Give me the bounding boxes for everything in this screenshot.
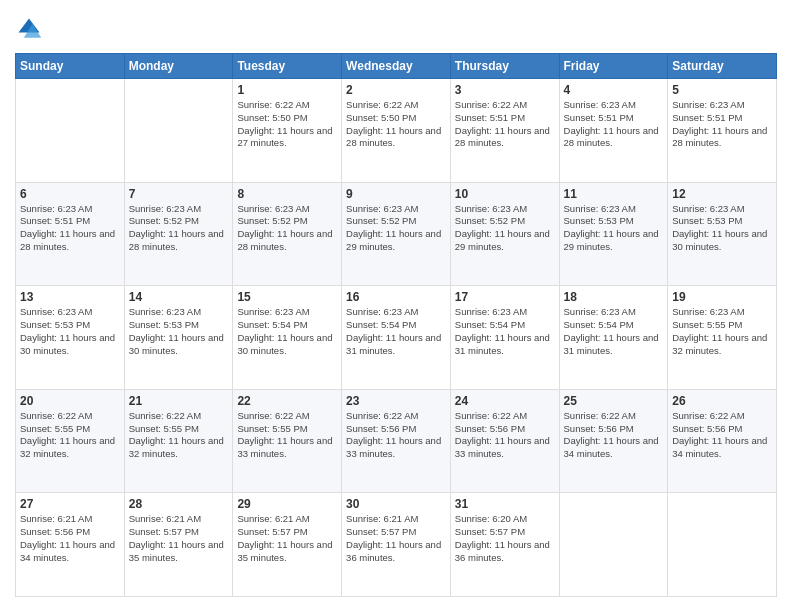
calendar-cell: 26Sunrise: 6:22 AM Sunset: 5:56 PM Dayli… <box>668 389 777 493</box>
day-number: 13 <box>20 290 120 304</box>
day-number: 31 <box>455 497 555 511</box>
calendar-cell: 30Sunrise: 6:21 AM Sunset: 5:57 PM Dayli… <box>342 493 451 597</box>
calendar-cell: 27Sunrise: 6:21 AM Sunset: 5:56 PM Dayli… <box>16 493 125 597</box>
calendar-cell: 29Sunrise: 6:21 AM Sunset: 5:57 PM Dayli… <box>233 493 342 597</box>
day-info: Sunrise: 6:22 AM Sunset: 5:50 PM Dayligh… <box>346 99 446 150</box>
calendar-cell: 15Sunrise: 6:23 AM Sunset: 5:54 PM Dayli… <box>233 286 342 390</box>
day-number: 20 <box>20 394 120 408</box>
day-number: 26 <box>672 394 772 408</box>
calendar-cell: 3Sunrise: 6:22 AM Sunset: 5:51 PM Daylig… <box>450 79 559 183</box>
calendar-day-header: Monday <box>124 54 233 79</box>
day-number: 5 <box>672 83 772 97</box>
day-info: Sunrise: 6:23 AM Sunset: 5:54 PM Dayligh… <box>564 306 664 357</box>
day-number: 18 <box>564 290 664 304</box>
calendar-cell: 5Sunrise: 6:23 AM Sunset: 5:51 PM Daylig… <box>668 79 777 183</box>
day-number: 1 <box>237 83 337 97</box>
day-number: 30 <box>346 497 446 511</box>
calendar-table: SundayMondayTuesdayWednesdayThursdayFrid… <box>15 53 777 597</box>
calendar-week-row: 1Sunrise: 6:22 AM Sunset: 5:50 PM Daylig… <box>16 79 777 183</box>
page: SundayMondayTuesdayWednesdayThursdayFrid… <box>0 0 792 612</box>
calendar-cell: 25Sunrise: 6:22 AM Sunset: 5:56 PM Dayli… <box>559 389 668 493</box>
day-info: Sunrise: 6:23 AM Sunset: 5:52 PM Dayligh… <box>346 203 446 254</box>
day-number: 9 <box>346 187 446 201</box>
logo <box>15 15 47 43</box>
day-info: Sunrise: 6:23 AM Sunset: 5:52 PM Dayligh… <box>237 203 337 254</box>
calendar-day-header: Wednesday <box>342 54 451 79</box>
day-info: Sunrise: 6:23 AM Sunset: 5:52 PM Dayligh… <box>455 203 555 254</box>
calendar-day-header: Thursday <box>450 54 559 79</box>
day-info: Sunrise: 6:22 AM Sunset: 5:56 PM Dayligh… <box>672 410 772 461</box>
day-info: Sunrise: 6:23 AM Sunset: 5:54 PM Dayligh… <box>237 306 337 357</box>
calendar-cell: 8Sunrise: 6:23 AM Sunset: 5:52 PM Daylig… <box>233 182 342 286</box>
day-number: 21 <box>129 394 229 408</box>
day-number: 24 <box>455 394 555 408</box>
calendar-cell <box>16 79 125 183</box>
day-number: 22 <box>237 394 337 408</box>
calendar-week-row: 20Sunrise: 6:22 AM Sunset: 5:55 PM Dayli… <box>16 389 777 493</box>
calendar-cell <box>559 493 668 597</box>
calendar-cell: 10Sunrise: 6:23 AM Sunset: 5:52 PM Dayli… <box>450 182 559 286</box>
day-info: Sunrise: 6:21 AM Sunset: 5:56 PM Dayligh… <box>20 513 120 564</box>
calendar-cell: 2Sunrise: 6:22 AM Sunset: 5:50 PM Daylig… <box>342 79 451 183</box>
calendar-cell: 19Sunrise: 6:23 AM Sunset: 5:55 PM Dayli… <box>668 286 777 390</box>
calendar-week-row: 13Sunrise: 6:23 AM Sunset: 5:53 PM Dayli… <box>16 286 777 390</box>
day-number: 12 <box>672 187 772 201</box>
calendar-cell: 17Sunrise: 6:23 AM Sunset: 5:54 PM Dayli… <box>450 286 559 390</box>
day-info: Sunrise: 6:22 AM Sunset: 5:50 PM Dayligh… <box>237 99 337 150</box>
calendar-cell: 6Sunrise: 6:23 AM Sunset: 5:51 PM Daylig… <box>16 182 125 286</box>
day-number: 3 <box>455 83 555 97</box>
day-number: 23 <box>346 394 446 408</box>
day-info: Sunrise: 6:23 AM Sunset: 5:54 PM Dayligh… <box>455 306 555 357</box>
day-info: Sunrise: 6:22 AM Sunset: 5:56 PM Dayligh… <box>346 410 446 461</box>
day-info: Sunrise: 6:22 AM Sunset: 5:55 PM Dayligh… <box>20 410 120 461</box>
day-info: Sunrise: 6:23 AM Sunset: 5:51 PM Dayligh… <box>672 99 772 150</box>
calendar-cell: 31Sunrise: 6:20 AM Sunset: 5:57 PM Dayli… <box>450 493 559 597</box>
calendar-cell: 14Sunrise: 6:23 AM Sunset: 5:53 PM Dayli… <box>124 286 233 390</box>
day-number: 6 <box>20 187 120 201</box>
day-info: Sunrise: 6:22 AM Sunset: 5:51 PM Dayligh… <box>455 99 555 150</box>
calendar-cell: 7Sunrise: 6:23 AM Sunset: 5:52 PM Daylig… <box>124 182 233 286</box>
calendar-cell: 16Sunrise: 6:23 AM Sunset: 5:54 PM Dayli… <box>342 286 451 390</box>
day-info: Sunrise: 6:22 AM Sunset: 5:55 PM Dayligh… <box>237 410 337 461</box>
day-number: 7 <box>129 187 229 201</box>
logo-icon <box>15 15 43 43</box>
calendar-cell: 20Sunrise: 6:22 AM Sunset: 5:55 PM Dayli… <box>16 389 125 493</box>
day-info: Sunrise: 6:23 AM Sunset: 5:53 PM Dayligh… <box>129 306 229 357</box>
calendar-week-row: 6Sunrise: 6:23 AM Sunset: 5:51 PM Daylig… <box>16 182 777 286</box>
day-number: 14 <box>129 290 229 304</box>
day-info: Sunrise: 6:23 AM Sunset: 5:51 PM Dayligh… <box>20 203 120 254</box>
day-number: 4 <box>564 83 664 97</box>
calendar-cell: 23Sunrise: 6:22 AM Sunset: 5:56 PM Dayli… <box>342 389 451 493</box>
day-number: 29 <box>237 497 337 511</box>
calendar-cell: 9Sunrise: 6:23 AM Sunset: 5:52 PM Daylig… <box>342 182 451 286</box>
day-number: 11 <box>564 187 664 201</box>
day-number: 28 <box>129 497 229 511</box>
day-info: Sunrise: 6:23 AM Sunset: 5:54 PM Dayligh… <box>346 306 446 357</box>
day-info: Sunrise: 6:23 AM Sunset: 5:51 PM Dayligh… <box>564 99 664 150</box>
calendar-cell: 24Sunrise: 6:22 AM Sunset: 5:56 PM Dayli… <box>450 389 559 493</box>
calendar-cell: 18Sunrise: 6:23 AM Sunset: 5:54 PM Dayli… <box>559 286 668 390</box>
day-info: Sunrise: 6:22 AM Sunset: 5:56 PM Dayligh… <box>564 410 664 461</box>
day-info: Sunrise: 6:23 AM Sunset: 5:53 PM Dayligh… <box>672 203 772 254</box>
day-info: Sunrise: 6:23 AM Sunset: 5:53 PM Dayligh… <box>564 203 664 254</box>
calendar-cell: 22Sunrise: 6:22 AM Sunset: 5:55 PM Dayli… <box>233 389 342 493</box>
day-number: 10 <box>455 187 555 201</box>
calendar-cell: 13Sunrise: 6:23 AM Sunset: 5:53 PM Dayli… <box>16 286 125 390</box>
day-info: Sunrise: 6:23 AM Sunset: 5:52 PM Dayligh… <box>129 203 229 254</box>
calendar-day-header: Friday <box>559 54 668 79</box>
calendar-cell: 4Sunrise: 6:23 AM Sunset: 5:51 PM Daylig… <box>559 79 668 183</box>
calendar-day-header: Tuesday <box>233 54 342 79</box>
calendar-cell: 12Sunrise: 6:23 AM Sunset: 5:53 PM Dayli… <box>668 182 777 286</box>
day-number: 15 <box>237 290 337 304</box>
calendar-header-row: SundayMondayTuesdayWednesdayThursdayFrid… <box>16 54 777 79</box>
calendar-week-row: 27Sunrise: 6:21 AM Sunset: 5:56 PM Dayli… <box>16 493 777 597</box>
day-info: Sunrise: 6:21 AM Sunset: 5:57 PM Dayligh… <box>129 513 229 564</box>
day-info: Sunrise: 6:23 AM Sunset: 5:55 PM Dayligh… <box>672 306 772 357</box>
day-number: 17 <box>455 290 555 304</box>
day-number: 19 <box>672 290 772 304</box>
day-number: 8 <box>237 187 337 201</box>
calendar-cell <box>668 493 777 597</box>
day-info: Sunrise: 6:22 AM Sunset: 5:56 PM Dayligh… <box>455 410 555 461</box>
day-info: Sunrise: 6:21 AM Sunset: 5:57 PM Dayligh… <box>346 513 446 564</box>
day-info: Sunrise: 6:20 AM Sunset: 5:57 PM Dayligh… <box>455 513 555 564</box>
